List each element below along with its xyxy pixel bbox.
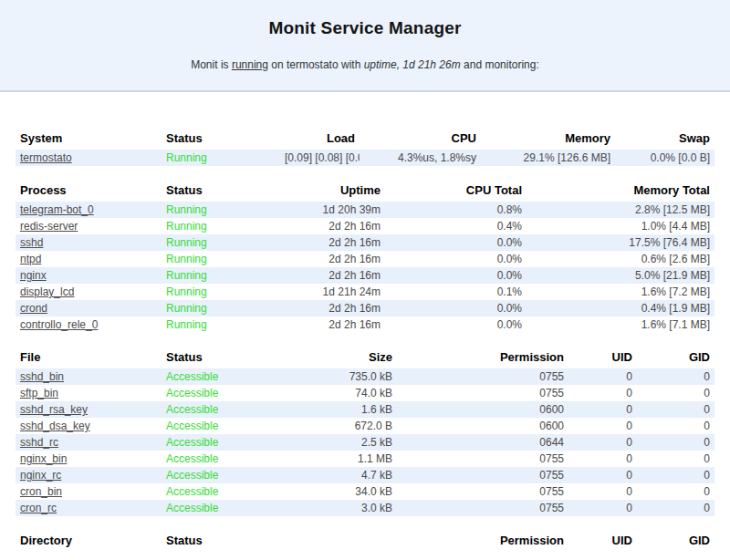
running-link[interactable]: running [232,58,268,71]
service-link-telegram-bot_0[interactable]: telegram-bot_0 [20,203,94,216]
service-name-cell: cron_bin [16,483,162,500]
service-link-sshd[interactable]: sshd [20,236,43,249]
service-name-cell: redis-server [16,218,162,234]
cell-value: 0 [568,483,637,500]
column-header-uid: UID [568,347,637,368]
column-header-status: Status [162,347,280,368]
cell-value: 0 [568,418,637,434]
service-name-cell: display_lcd [16,284,162,300]
column-header-status: Status [162,129,280,150]
service-link-redis-server[interactable]: redis-server [20,220,78,233]
cell-value: 2d 2h 16m [280,267,385,284]
process-row-redis-server: redis-serverRunning2d 2h 16m0.4%1.0% [4.… [16,218,714,234]
column-header-size: Size [280,347,397,368]
service-link-controllo_rele_0[interactable]: controllo_rele_0 [20,318,98,331]
process-header-row: ProcessStatusUptimeCPU TotalMemory Total [16,181,714,202]
column-header-gid: GID [637,531,714,552]
status-cell: Accessible [162,385,280,401]
service-link-nginx[interactable]: nginx [20,269,47,282]
status-text: Accessible [166,420,218,432]
page-title: Monit Service Manager [0,0,730,38]
cell-value: 29.1% [126.6 MB] [481,150,615,166]
cell-value: 2d 2h 16m [280,300,385,316]
service-link-sshd_rc[interactable]: sshd_rc [20,436,58,449]
cell-value: 0 [568,500,637,516]
cell-value: 2d 2h 16m [280,234,385,251]
service-link-termostato[interactable]: termostato [20,151,72,164]
status-text: Running [166,253,207,265]
status-cell: Running [162,251,280,267]
status-text: Running [166,220,207,233]
cell-value: 0 [568,467,637,483]
cell-value: 17.5% [76.4 MB] [527,234,714,251]
cell-value: 0 [637,385,714,401]
cell-value: 0 [637,500,714,516]
cell-value: 0 [637,451,714,467]
cell-value: 0 [637,467,714,483]
cell-value: 0 [637,483,714,500]
cell-value: 0755 [397,483,568,500]
service-name-cell: sshd_bin [16,368,162,385]
column-header-cpu-total: CPU Total [385,181,527,202]
file-row-nginx_bin: nginx_binAccessible1.1 MB075500 [16,451,714,467]
status-cell: Running [162,150,280,166]
file-row-sshd_bin: sshd_binAccessible735.0 kB075500 [16,368,714,385]
cell-value: 0.4% [1.9 MB] [527,300,714,316]
status-cell: Running [162,300,280,316]
status-text: Accessible [166,403,218,416]
cell-value: 0600 [397,401,568,418]
service-name-cell: ntpd [16,251,162,267]
status-cell: Running [162,202,280,218]
column-header-load: Load [280,129,360,150]
column-header-memory: Memory [481,129,615,150]
process-row-controllo_rele_0: controllo_rele_0Running2d 2h 16m0.0%1.6%… [16,316,714,333]
cell-value: [0.09] [0.08] [0.06] [280,150,360,166]
cell-value: 0.0% [385,267,527,284]
cell-value: 1.0% [4.4 MB] [527,218,714,234]
cell-value: 1.6 kB [280,401,397,418]
cell-value: 0.6% [2.6 MB] [527,251,714,267]
service-link-sftp_bin[interactable]: sftp_bin [20,387,58,399]
status-text: Accessible [166,436,218,449]
process-row-sshd: sshdRunning2d 2h 16m0.0%17.5% [76.4 MB] [16,234,714,251]
column-header-directory: Directory [16,531,162,552]
process-row-crond: crondRunning2d 2h 16m0.0%0.4% [1.9 MB] [16,300,714,316]
service-link-sshd_bin[interactable]: sshd_bin [20,370,64,383]
column-header-cpu: CPU [360,129,481,150]
service-link-sshd_dsa_key[interactable]: sshd_dsa_key [20,420,90,432]
status-cell: Running [162,284,280,300]
status-text: Accessible [166,452,218,465]
column-header-file: File [16,347,162,368]
service-name-cell: sshd_rsa_key [16,401,162,418]
service-link-ntpd[interactable]: ntpd [20,253,41,265]
service-name-cell: nginx_bin [16,451,162,467]
cell-value: 0755 [397,368,568,385]
service-link-nginx_bin[interactable]: nginx_bin [20,452,67,465]
status-text: Accessible [166,469,218,482]
service-name-cell: sshd_dsa_key [16,418,162,434]
status-cell: Running [162,234,280,251]
service-link-nginx_rc[interactable]: nginx_rc [20,469,61,482]
column-header-system: System [16,129,162,150]
service-link-cron_bin[interactable]: cron_bin [20,485,62,498]
cell-value: 4.3%us, 1.8%sy [360,150,481,166]
file-row-cron_bin: cron_binAccessible34.0 kB075500 [16,483,714,500]
column-header-uptime: Uptime [280,181,385,202]
file-row-sftp_bin: sftp_binAccessible74.0 kB075500 [16,385,714,401]
status-cell: Accessible [162,483,280,500]
cell-value: 0.0% [0.0 B] [615,150,714,166]
status-cell: Accessible [162,451,280,467]
service-link-display_lcd[interactable]: display_lcd [20,285,74,298]
service-link-cron_rc[interactable]: cron_rc [20,502,57,514]
process-row-nginx: nginxRunning2d 2h 16m0.0%5.0% [21.9 MB] [16,267,714,284]
service-link-crond[interactable]: crond [20,302,47,315]
cell-value: 0 [637,434,714,451]
service-link-sshd_rsa_key[interactable]: sshd_rsa_key [20,403,88,416]
file-header-row: FileStatusSizePermissionUIDGID [16,347,714,368]
status-text: Accessible [166,502,218,514]
page-header: Monit Service Manager Monit is running o… [0,0,730,92]
status-cell: Accessible [162,418,280,434]
status-cell: Running [162,267,280,284]
service-name-cell: nginx [16,267,162,284]
status-cell: Accessible [162,368,280,385]
